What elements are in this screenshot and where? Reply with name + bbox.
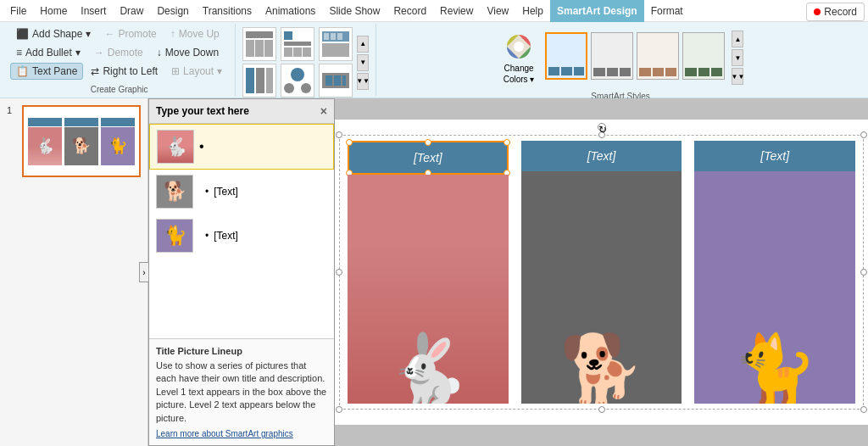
smartart-title-3[interactable]: [Text] <box>694 141 855 171</box>
smartart-item-2[interactable]: [Text] 🐕 <box>521 141 682 404</box>
canvas-area: ↻ [Text] <box>335 98 868 446</box>
style-item-3[interactable] <box>637 32 679 80</box>
text-pane-content: 🐇 • 🐕 • [Text] 🐈 • [Text] <box>149 124 334 338</box>
svg-rect-14 <box>246 68 254 93</box>
style-item-2[interactable] <box>591 32 633 80</box>
change-colors-icon <box>504 31 534 62</box>
menu-format[interactable]: Format <box>644 0 690 22</box>
create-graphic-group: ⬛ Add Shape ▾ ← Promote ↑ Move Up ≡ Add … <box>3 24 236 96</box>
text-pane-item-3: [Text] <box>214 230 238 242</box>
text-pane-expand-arrow[interactable]: › <box>139 262 149 282</box>
menu-record[interactable]: Record <box>387 0 433 22</box>
handle-br[interactable] <box>860 406 867 413</box>
smartart-title-2[interactable]: [Text] <box>521 141 682 171</box>
svg-point-25 <box>514 42 524 52</box>
handle-tl[interactable] <box>336 131 342 138</box>
layouts-scroll-up[interactable]: ▲ <box>357 36 369 53</box>
layout-button[interactable]: ⊞ Layout ▾ <box>165 63 228 80</box>
style-item-1[interactable] <box>545 32 587 80</box>
styles-scroll-up[interactable]: ▲ <box>732 31 743 47</box>
svg-point-19 <box>301 83 311 93</box>
move-down-button[interactable]: ↓ Move Down <box>151 44 225 61</box>
menu-draw[interactable]: Draw <box>113 0 150 22</box>
smartart-image-2[interactable]: 🐕 <box>521 171 682 404</box>
menu-view[interactable]: View <box>480 0 515 22</box>
handle-mr[interactable] <box>860 269 867 276</box>
menu-smartart-design[interactable]: SmartArt Design <box>550 0 644 22</box>
layout-item-6[interactable] <box>319 64 353 98</box>
svg-point-18 <box>284 83 294 93</box>
title-handle-tl[interactable] <box>346 139 353 146</box>
slide-thumbnail-1[interactable]: 🐇 🐕 🐈 <box>22 105 141 177</box>
learn-more-link[interactable]: Learn more about SmartArt graphics <box>156 429 293 438</box>
svg-rect-13 <box>322 43 349 57</box>
svg-rect-11 <box>331 33 336 40</box>
layouts-group: ▲ ▼ ▼▼ Layouts <box>236 24 376 96</box>
right-to-left-button[interactable]: ⇄ Right to Left <box>85 63 164 80</box>
change-colors-button[interactable]: Change Colors ▾ <box>498 27 541 88</box>
text-pane-row-3[interactable]: 🐈 • [Text] <box>149 214 334 258</box>
text-pane-row-1[interactable]: 🐇 • <box>149 124 334 170</box>
text-pane: › Type your text here × 🐇 • 🐕 • [Text] <box>148 98 335 446</box>
smartart-image-1[interactable]: 🐇 <box>348 175 509 404</box>
handle-bl[interactable] <box>336 406 342 413</box>
text-pane-header: Type your text here × <box>149 99 334 124</box>
layouts-scroll-expand[interactable]: ▼▼ <box>357 73 369 90</box>
main-content: 1 🐇 🐕 <box>0 98 868 446</box>
layout-item-3[interactable] <box>319 27 353 61</box>
layout-item-1[interactable] <box>242 27 276 61</box>
smartart-item-1[interactable]: [Text] 🐇 <box>348 141 509 404</box>
layouts-scroll-down[interactable]: ▼ <box>357 54 369 71</box>
text-pane-item-2: [Text] <box>214 186 238 198</box>
menu-design[interactable]: Design <box>150 0 195 22</box>
menu-review[interactable]: Review <box>433 0 480 22</box>
layout-item-4[interactable] <box>242 64 276 98</box>
layout-item-5[interactable] <box>281 64 314 98</box>
smartart-item-3[interactable]: [Text] 🐈 <box>694 141 855 404</box>
layout-grid <box>242 27 354 98</box>
change-colors-label2: Colors ▾ <box>504 75 535 84</box>
text-pane-row-2[interactable]: 🐕 • [Text] <box>149 170 334 214</box>
svg-rect-12 <box>337 33 342 40</box>
handle-tr[interactable] <box>860 131 867 138</box>
smartart-image-3[interactable]: 🐈 <box>694 171 855 404</box>
title-handle-tr[interactable] <box>504 139 510 146</box>
promote-button[interactable]: ← Promote <box>98 25 162 42</box>
title-handle-tm[interactable] <box>425 139 431 146</box>
text-pane-button[interactable]: 📋 Text Pane <box>10 63 83 80</box>
text-pane-description: Title Picture Lineup Use to show a serie… <box>149 338 334 445</box>
menu-slideshow[interactable]: Slide Show <box>322 0 387 22</box>
add-shape-button[interactable]: ⬛ Add Shape ▾ <box>10 25 97 42</box>
rotation-handle[interactable]: ↻ <box>598 123 606 131</box>
handle-bm[interactable] <box>598 406 605 413</box>
slide-canvas[interactable]: ↻ [Text] <box>335 120 868 425</box>
svg-rect-16 <box>266 68 273 93</box>
demote-button[interactable]: → Demote <box>88 44 149 61</box>
text-pane-img-3: 🐈 <box>156 219 193 253</box>
create-graphic-label: Create Graphic <box>91 81 148 94</box>
menu-file[interactable]: File <box>3 0 33 22</box>
menu-help[interactable]: Help <box>515 0 550 22</box>
styles-scroll-down[interactable]: ▼ <box>732 49 743 66</box>
menu-insert[interactable]: Insert <box>74 0 113 22</box>
ribbon: ⬛ Add Shape ▾ ← Promote ↑ Move Up ≡ Add … <box>0 22 868 98</box>
record-button[interactable]: Record <box>806 3 865 21</box>
menu-animations[interactable]: Animations <box>259 0 322 22</box>
styles-scroll-expand[interactable]: ▼▼ <box>732 68 743 85</box>
move-down-icon: ↓ <box>157 47 162 59</box>
text-pane-close-button[interactable]: × <box>320 104 327 118</box>
layout-item-2[interactable] <box>281 27 314 61</box>
menu-home[interactable]: Home <box>33 0 74 22</box>
svg-rect-23 <box>342 75 346 86</box>
style-items-grid <box>545 32 726 83</box>
svg-rect-7 <box>293 47 302 57</box>
description-title: Title Picture Lineup <box>156 346 327 356</box>
svg-rect-15 <box>256 68 264 93</box>
smartart-title-1[interactable]: [Text] <box>348 141 509 175</box>
move-up-button[interactable]: ↑ Move Up <box>164 25 225 42</box>
style-item-4[interactable] <box>682 32 725 80</box>
add-bullet-button[interactable]: ≡ Add Bullet ▾ <box>10 44 86 61</box>
menu-transitions[interactable]: Transitions <box>196 0 259 22</box>
add-bullet-icon: ≡ <box>16 47 22 59</box>
handle-ml[interactable] <box>336 269 342 276</box>
